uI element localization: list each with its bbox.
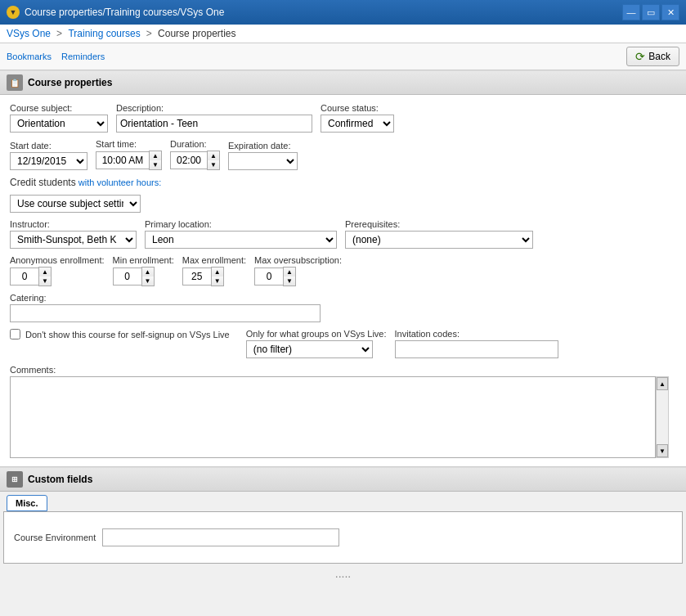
start-time-spinner-btns: ▲ ▼ (149, 151, 162, 170)
min-enrollment-spinner-btns: ▲ ▼ (141, 267, 155, 286)
duration-down[interactable]: ▼ (208, 160, 219, 169)
instructor-select[interactable]: Smith-Sunspot, Beth K (10, 231, 137, 249)
min-enrollment-group: Min enrollment: ▲ ▼ (113, 255, 174, 286)
maximize-button[interactable]: ▭ (642, 4, 660, 20)
duration-input[interactable] (170, 151, 207, 169)
custom-fields-icon: ⊞ (7, 471, 23, 488)
anon-enrollment-down[interactable]: ▼ (39, 277, 51, 286)
invitation-codes-input[interactable] (395, 340, 558, 358)
bookmarks-link[interactable]: Bookmarks (7, 52, 52, 61)
breadcrumb: VSys One > Training courses > Course pro… (0, 25, 686, 43)
min-enrollment-input[interactable] (113, 268, 141, 286)
start-date-label: Start date: (10, 141, 87, 151)
duration-spinner-btns: ▲ ▼ (207, 151, 220, 170)
max-oversubscription-down[interactable]: ▼ (284, 277, 295, 286)
invitation-codes-label: Invitation codes: (395, 329, 558, 339)
min-enrollment-up[interactable]: ▲ (142, 268, 154, 277)
dont-show-group: Don't show this course for self-signup o… (10, 329, 230, 346)
comments-textarea[interactable] (10, 376, 656, 458)
description-group: Description: (116, 103, 312, 133)
dont-show-checkbox[interactable] (10, 329, 20, 339)
close-button[interactable]: ✕ (661, 4, 679, 20)
only-for-groups-select[interactable]: (no filter) (246, 340, 373, 358)
anon-enrollment-up[interactable]: ▲ (39, 268, 51, 277)
dont-show-checkbox-row: Don't show this course for self-signup o… (10, 329, 230, 339)
max-enrollment-group: Max enrollment: ▲ ▼ (182, 255, 246, 286)
catering-input[interactable] (10, 304, 321, 322)
max-oversubscription-up[interactable]: ▲ (284, 268, 295, 277)
max-oversubscription-input[interactable] (254, 268, 283, 286)
back-icon: ⟳ (635, 50, 645, 63)
anon-enrollment-spinner: ▲ ▼ (10, 267, 105, 286)
primary-location-group: Primary location: Leon (145, 219, 337, 249)
max-enrollment-down[interactable]: ▼ (212, 277, 223, 286)
start-time-up[interactable]: ▲ (150, 151, 161, 160)
max-enrollment-input[interactable] (182, 268, 211, 286)
max-enrollment-up[interactable]: ▲ (212, 268, 223, 277)
form-row-3b: Use course subject settings (10, 195, 676, 213)
prerequisites-label: Prerequisites: (345, 219, 533, 229)
course-subject-select[interactable]: Orientation (10, 115, 108, 133)
primary-location-label: Primary location: (145, 219, 337, 229)
prerequisites-select[interactable]: (none) (345, 231, 533, 249)
comments-group: Comments: ▲ ▼ (10, 365, 676, 458)
max-enrollment-spinner: ▲ ▼ (182, 267, 246, 286)
invitation-codes-group: Invitation codes: (395, 329, 558, 358)
titlebar: ▼ Course properties/Training courses/VSy… (0, 0, 686, 25)
duration-up[interactable]: ▲ (208, 151, 219, 160)
form-row-signup: Don't show this course for self-signup o… (10, 329, 676, 358)
volunteer-hours-link[interactable]: with volunteer hours: (78, 178, 162, 187)
course-subject-label: Course subject: (10, 103, 108, 113)
window-title: Course properties/Training courses/VSys … (25, 7, 622, 18)
expiration-date-select[interactable] (228, 152, 298, 170)
start-time-down[interactable]: ▼ (150, 160, 161, 169)
max-oversubscription-label: Max oversubscription: (254, 255, 342, 265)
start-time-input[interactable] (96, 151, 149, 169)
description-input[interactable] (116, 115, 312, 133)
tab-misc[interactable]: Misc. (7, 495, 47, 511)
reminders-link[interactable]: Reminders (61, 52, 105, 61)
instructor-label: Instructor: (10, 219, 137, 229)
form-row-5: Anonymous enrollment: ▲ ▼ Min enrollment… (10, 255, 676, 286)
breadcrumb-sep-2: > (146, 28, 155, 39)
back-button[interactable]: ⟳ Back (626, 47, 679, 66)
scroll-down-btn[interactable]: ▼ (657, 444, 668, 457)
start-date-group: Start date: 12/19/2015 (10, 141, 87, 170)
start-time-label: Start time: (96, 139, 162, 149)
course-env-input[interactable] (102, 528, 339, 546)
start-time-group: Start time: ▲ ▼ (96, 139, 162, 170)
min-enrollment-down[interactable]: ▼ (142, 277, 154, 286)
form-row-2: Start date: 12/19/2015 Start time: ▲ ▼ D… (10, 139, 676, 170)
course-status-group: Course status: Confirmed (321, 103, 394, 133)
scroll-up-btn[interactable]: ▲ (657, 377, 668, 390)
description-label: Description: (116, 103, 312, 113)
breadcrumb-training-courses[interactable]: Training courses (68, 28, 140, 39)
scroll-track (657, 390, 668, 444)
course-status-select[interactable]: Confirmed (321, 115, 394, 133)
credit-select[interactable]: Use course subject settings (10, 195, 141, 213)
course-properties-icon: 📋 (7, 74, 23, 91)
primary-location-select[interactable]: Leon (145, 231, 337, 249)
comments-label: Comments: (10, 365, 676, 375)
anon-enrollment-input[interactable] (10, 268, 38, 286)
duration-group: Duration: ▲ ▼ (170, 139, 220, 170)
back-label: Back (648, 51, 670, 62)
start-date-select[interactable]: 12/19/2015 (10, 152, 87, 170)
expiration-date-label: Expiration date: (228, 141, 298, 151)
breadcrumb-current: Course properties (158, 28, 235, 39)
duration-spinner: ▲ ▼ (170, 151, 220, 170)
custom-fields-section: ⊞ Custom fields Misc. Course Environment (0, 467, 686, 564)
anon-enrollment-group: Anonymous enrollment: ▲ ▼ (10, 255, 105, 286)
catering-group: Catering: (10, 293, 676, 322)
minimize-button[interactable]: — (622, 4, 640, 20)
max-oversubscription-spinner-btns: ▲ ▼ (283, 267, 296, 286)
app-icon: ▼ (7, 6, 20, 19)
titlebar-controls: — ▭ ✕ (622, 4, 679, 20)
breadcrumb-vsys-one[interactable]: VSys One (7, 28, 51, 39)
comments-scrollbar: ▲ ▼ (656, 376, 669, 458)
form-row-4: Instructor: Smith-Sunspot, Beth K Primar… (10, 219, 676, 249)
form-row-3: Credit students with volunteer hours: (10, 177, 676, 188)
breadcrumb-sep-1: > (56, 28, 65, 39)
anon-enrollment-spinner-btns: ▲ ▼ (38, 267, 52, 286)
course-env-label: Course Environment (14, 533, 96, 542)
